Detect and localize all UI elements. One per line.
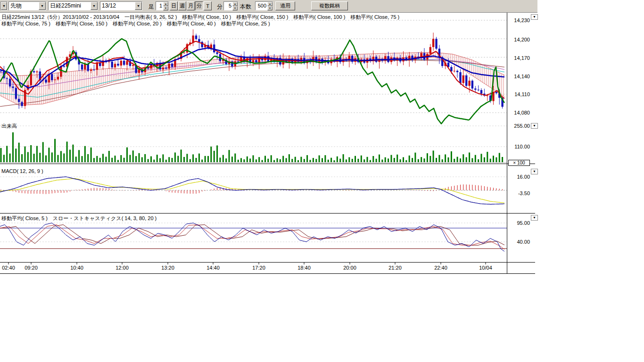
price-panel-menu-button[interactable]: ▼	[531, 14, 538, 20]
value-axis-label: 40.00	[508, 239, 530, 245]
time-axis-label: 21:20	[385, 265, 405, 271]
time-axis-label: 09:20	[21, 265, 41, 271]
chevron-down-icon: ▼	[533, 170, 536, 173]
value-axis-label: 14,140	[508, 74, 530, 79]
stoch-panel-menu-button[interactable]: ▼	[531, 215, 538, 221]
chevron-down-icon: ▼	[533, 15, 536, 18]
value-axis-label: 14,230	[508, 17, 530, 23]
time-axis-label: 20:00	[339, 265, 360, 271]
value-axis-label: 14,200	[508, 37, 530, 42]
value-axis-label: 14,080	[508, 110, 530, 115]
chart-header-line1: 日経225mini 13/12（5分）2013/10/02 - 2013/10/…	[1, 14, 399, 21]
app-window: ▼ 先物▼ 日経225mini▼ 13/12▼ 足 1▲▼ 日 週 月 分 T …	[0, 0, 644, 362]
time-axis-label: 02:40	[0, 265, 19, 271]
time-axis-label: 17:20	[248, 265, 269, 271]
value-axis-label: 14,110	[508, 91, 530, 97]
value-axis-label: -3.50	[508, 190, 530, 196]
time-axis-label: 18:40	[294, 265, 314, 271]
value-axis-label: 110.00	[508, 144, 530, 149]
time-axis-label: 13:20	[157, 265, 178, 271]
value-axis-label: 95.00	[508, 220, 530, 226]
stoch-panel-label: 移動平均( Close, 5 ) スロー・ストキャスティクス( 14, 3, 8…	[1, 215, 157, 222]
time-axis-label: 22:40	[430, 265, 451, 271]
macd-panel-menu-button[interactable]: ▼	[531, 169, 538, 174]
time-axis-label: 10:40	[66, 265, 87, 271]
chart-header-line2: 移動平均( Close, 75 ) 移動平均( Close, 150 ) 移動平…	[1, 20, 270, 27]
time-axis-label: 10/04	[475, 265, 496, 271]
volume-multiplier-badge: × 100	[508, 160, 530, 166]
volume-panel-menu-button[interactable]: ▼	[531, 123, 538, 129]
value-axis-label: 14,170	[508, 55, 530, 61]
volume-panel-label: 出来高	[1, 123, 17, 130]
chart-canvas[interactable]	[0, 0, 644, 362]
chevron-down-icon: ▼	[533, 216, 536, 219]
value-axis-label: 16.00	[508, 174, 530, 180]
value-axis-label: 255.00	[508, 123, 530, 129]
macd-panel-label: MACD( 12, 26, 9 )	[1, 168, 43, 174]
time-axis-label: 14:40	[203, 265, 223, 271]
time-axis-label: 12:00	[112, 265, 132, 271]
chevron-down-icon: ▼	[533, 124, 536, 127]
